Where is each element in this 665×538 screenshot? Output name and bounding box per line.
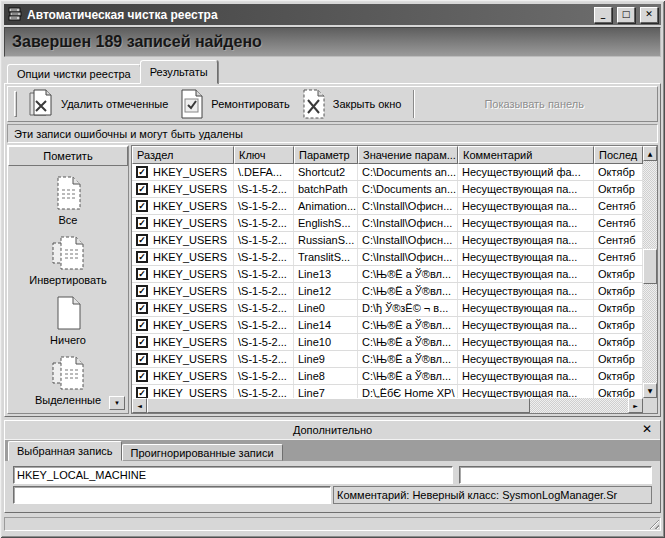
table-row[interactable]: ✓ HKEY_USERS \S-1-5-2... Line8 C:\Њ®Ё а … — [132, 368, 643, 385]
cell-value: C:\Њ®Ё а Ў®вл... — [358, 351, 458, 367]
section-text: HKEY_USERS — [153, 250, 227, 264]
table-row[interactable]: ✓ HKEY_USERS \S-1-5-2... Line0 D:\ђ Ў®зЁ… — [132, 300, 643, 317]
scroll-right-icon[interactable]: ► — [628, 398, 643, 413]
main-tabs: Опции чистки реестра Результаты — [4, 59, 661, 84]
cell-date: Октябр — [594, 368, 643, 384]
vertical-scroll-thumb[interactable] — [643, 249, 657, 284]
cell-comment: Несуществующая па... — [458, 368, 594, 384]
app-icon[interactable] — [7, 7, 23, 23]
scroll-up-icon[interactable]: ▲ — [643, 146, 657, 161]
table-row[interactable]: ✓ HKEY_USERS \S-1-5-2... RussianS... C:\… — [132, 232, 643, 249]
row-checkbox[interactable]: ✓ — [136, 336, 148, 348]
scroll-left-icon[interactable]: ◄ — [132, 398, 147, 413]
cell-date: Октябр — [594, 385, 643, 398]
row-checkbox[interactable]: ✓ — [136, 302, 148, 314]
cell-value: C:\Њ®Ё а Ў®вл... — [358, 368, 458, 384]
delete-marked-button[interactable]: Удалить отмеченные — [23, 87, 176, 121]
row-checkbox[interactable]: ✓ — [136, 166, 148, 178]
delete-marked-label: Удалить отмеченные — [61, 98, 168, 110]
row-checkbox[interactable]: ✓ — [136, 251, 148, 263]
column-header-date[interactable]: Послед — [594, 146, 643, 164]
bottom-left-field[interactable] — [13, 486, 331, 504]
cell-section: ✓ HKEY_USERS — [132, 164, 234, 180]
scroll-down-icon[interactable]: ▼ — [643, 383, 657, 398]
tab-registry-options[interactable]: Опции чистки реестра — [7, 64, 141, 84]
column-header-value[interactable]: Значение парам... — [358, 146, 458, 164]
table-row[interactable]: ✓ HKEY_USERS \S-1-5-2... Line14 C:\Њ®Ё а… — [132, 317, 643, 334]
toolbar-grip[interactable] — [14, 91, 17, 117]
table-row[interactable]: ✓ HKEY_USERS \S-1-5-2... Animation... C:… — [132, 198, 643, 215]
horizontal-scroll-thumb[interactable] — [147, 398, 530, 413]
row-checkbox[interactable]: ✓ — [136, 285, 148, 297]
section-text: HKEY_USERS — [153, 318, 227, 332]
row-checkbox[interactable]: ✓ — [136, 183, 148, 195]
section-text: HKEY_USERS — [153, 386, 227, 398]
row-checkbox[interactable]: ✓ — [136, 319, 148, 331]
row-checkbox[interactable]: ✓ — [136, 200, 148, 212]
cell-date: Сентяб — [594, 232, 643, 248]
repair-button[interactable]: Ремонтировать — [176, 87, 298, 121]
resize-grip[interactable] — [647, 517, 659, 529]
mark-selected-button[interactable]: Выделенные — [35, 355, 101, 406]
repair-label: Ремонтировать — [211, 98, 290, 110]
repair-document-icon — [180, 89, 204, 119]
table-row[interactable]: ✓ HKEY_USERS \S-1-5-2... Line9 C:\Њ®Ё а … — [132, 351, 643, 368]
cell-key: \S-1-5-2... — [234, 283, 294, 299]
table-row[interactable]: ✓ HKEY_USERS \S-1-5-2... TranslitS... C:… — [132, 249, 643, 266]
maximize-button[interactable]: □ — [617, 7, 635, 23]
cell-param: Line9 — [294, 351, 358, 367]
table-row[interactable]: ✓ HKEY_USERS \.DEFA... Shortcut2 C:\Docu… — [132, 164, 643, 181]
cell-param: Line14 — [294, 317, 358, 333]
minimize-button[interactable]: _ — [594, 7, 612, 23]
cell-param: Line13 — [294, 266, 358, 282]
mark-invert-icon — [51, 235, 85, 271]
mark-invert-button[interactable]: Инвертировать — [29, 235, 106, 286]
cell-key: \S-1-5-2... — [234, 266, 294, 282]
selected-key-field[interactable]: HKEY_LOCAL_MACHINE — [13, 466, 453, 484]
tab-results[interactable]: Результаты — [140, 60, 218, 84]
main-area: Пометить Все — [7, 145, 658, 414]
table-row[interactable]: ✓ HKEY_USERS \S-1-5-2... Line7 D:\„ЁбЄ H… — [132, 385, 643, 398]
cell-param: EnglishS... — [294, 215, 358, 231]
table-row[interactable]: ✓ HKEY_USERS \S-1-5-2... Line13 C:\Њ®Ё а… — [132, 266, 643, 283]
column-header-comment[interactable]: Комментарий — [458, 146, 594, 164]
row-checkbox[interactable]: ✓ — [136, 234, 148, 246]
cell-comment: Несуществующая па... — [458, 351, 594, 367]
close-window-button[interactable]: Закрыть окно — [298, 87, 410, 121]
vertical-scroll-track[interactable] — [643, 161, 657, 383]
additional-content: HKEY_LOCAL_MACHINE Комментарий: Неверный… — [5, 461, 660, 512]
cell-value: C:\Install\Офисн... — [358, 215, 458, 231]
row-checkbox[interactable]: ✓ — [136, 353, 148, 365]
column-header-param[interactable]: Параметр — [294, 146, 358, 164]
hint-strip: Эти записи ошибочны и могут быть удалены — [7, 124, 658, 143]
mark-all-button[interactable]: Все — [52, 175, 84, 226]
cell-comment: Несуществующая па... — [458, 300, 594, 316]
cell-date: Сентяб — [594, 249, 643, 265]
mark-none-label: Ничего — [50, 334, 86, 346]
row-checkbox[interactable]: ✓ — [136, 370, 148, 382]
mark-none-button[interactable]: Ничего — [50, 295, 86, 346]
row-checkbox[interactable]: ✓ — [136, 268, 148, 280]
table-row[interactable]: ✓ HKEY_USERS \S-1-5-2... batchPath C:\Do… — [132, 181, 643, 198]
tab-ignored-records[interactable]: Проигнорированные записи — [122, 444, 283, 461]
row-checkbox[interactable]: ✓ — [136, 217, 148, 229]
titlebar: Автоматическая чистка реестра _ □ ✕ — [4, 4, 661, 25]
mark-header-button[interactable]: Пометить — [8, 146, 128, 166]
column-header-section[interactable]: Раздел — [132, 146, 234, 164]
tab-selected-record[interactable]: Выбранная запись — [8, 441, 122, 461]
close-button[interactable]: ✕ — [640, 7, 658, 23]
table-row[interactable]: ✓ HKEY_USERS \S-1-5-2... Line10 C:\Њ®Ё а… — [132, 334, 643, 351]
top-right-field[interactable] — [459, 466, 652, 484]
panel-close-icon[interactable]: ✕ — [642, 422, 652, 436]
horizontal-scroll-track[interactable] — [147, 398, 628, 413]
table-row[interactable]: ✓ HKEY_USERS \S-1-5-2... EnglishS... C:\… — [132, 215, 643, 232]
column-header-key[interactable]: Ключ — [234, 146, 294, 164]
section-text: HKEY_USERS — [153, 267, 227, 281]
row-checkbox[interactable]: ✓ — [136, 387, 148, 398]
mark-selected-icon — [51, 355, 85, 391]
table-row[interactable]: ✓ HKEY_USERS \S-1-5-2... Line12 C:\Њ®Ё а… — [132, 283, 643, 300]
cell-section: ✓ HKEY_USERS — [132, 181, 234, 197]
cell-comment: Несуществующий фа... — [458, 164, 594, 180]
cell-key: \S-1-5-2... — [234, 385, 294, 398]
mark-dropdown-button[interactable]: ▼ — [109, 396, 125, 410]
